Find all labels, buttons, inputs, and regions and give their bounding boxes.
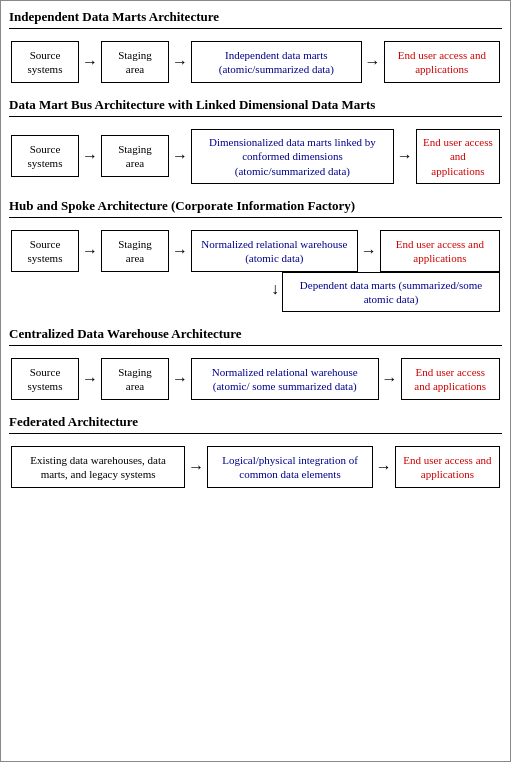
section-federated: Federated Architecture Existing data war…: [9, 414, 502, 492]
arrow-7: →: [82, 242, 98, 260]
arrow-3: →: [365, 53, 381, 71]
box-staging-1: Staging area: [101, 41, 169, 83]
section-independent: Independent Data Marts Architecture Sour…: [9, 9, 502, 87]
diagram-federated: Existing data warehouses, data marts, an…: [9, 442, 502, 492]
arrow-8: →: [172, 242, 188, 260]
diagram-centralized: Source systems → Staging area → Normaliz…: [9, 354, 502, 404]
box-staging-2: Staging area: [101, 135, 169, 177]
section-title-federated: Federated Architecture: [9, 414, 502, 434]
box-staging-3: Staging area: [101, 230, 169, 272]
hub-top-row: Source systems → Staging area → Normaliz…: [11, 230, 500, 272]
diagram-datamart-bus: Source systems → Staging area → Dimensio…: [9, 125, 502, 188]
box-source-2: Source systems: [11, 135, 79, 177]
section-title-independent: Independent Data Marts Architecture: [9, 9, 502, 29]
box-integration-5: Logical/physical integration of common d…: [207, 446, 373, 488]
down-arrow-hub: ↓: [271, 280, 279, 298]
box-marts-1: Independent data marts (atomic/summarize…: [191, 41, 362, 83]
arrow-1: →: [82, 53, 98, 71]
box-existing-5: Existing data warehouses, data marts, an…: [11, 446, 185, 488]
section-hub-spoke: Hub and Spoke Architecture (Corporate In…: [9, 198, 502, 317]
box-warehouse-4: Normalized relational warehouse (atomic/…: [191, 358, 379, 400]
box-marts-2: Dimensionalized data marts linked by con…: [191, 129, 394, 184]
hub-branch: ↓ Dependent data marts (summarized/some …: [271, 272, 500, 313]
arrow-12: →: [382, 370, 398, 388]
box-enduser-2: End user access and applications: [416, 129, 500, 184]
box-enduser-1: End user access and applications: [384, 41, 500, 83]
box-enduser-3: End user access and applications: [380, 230, 500, 272]
section-centralized: Centralized Data Warehouse Architecture …: [9, 326, 502, 404]
section-title-datamart-bus: Data Mart Bus Architecture with Linked D…: [9, 97, 502, 117]
section-title-hub-spoke: Hub and Spoke Architecture (Corporate In…: [9, 198, 502, 218]
arrow-10: →: [82, 370, 98, 388]
box-dependent: Dependent data marts (summarized/some at…: [282, 272, 500, 313]
box-warehouse-3: Normalized relational warehouse (atomic …: [191, 230, 358, 272]
box-staging-4: Staging area: [101, 358, 169, 400]
arrow-2: →: [172, 53, 188, 71]
box-source-3: Source systems: [11, 230, 79, 272]
arrow-6: →: [397, 147, 413, 165]
diagram-hub-spoke: Source systems → Staging area → Normaliz…: [9, 226, 502, 317]
arrow-13: →: [188, 458, 204, 476]
box-source-4: Source systems: [11, 358, 79, 400]
arrow-4: →: [82, 147, 98, 165]
section-datamart-bus: Data Mart Bus Architecture with Linked D…: [9, 97, 502, 188]
section-title-centralized: Centralized Data Warehouse Architecture: [9, 326, 502, 346]
box-enduser-5: End user access and applications: [395, 446, 500, 488]
box-source-1: Source systems: [11, 41, 79, 83]
arrow-11: →: [172, 370, 188, 388]
arrow-9: →: [361, 242, 377, 260]
box-enduser-4: End user access and applications: [401, 358, 500, 400]
diagram-independent: Source systems → Staging area → Independ…: [9, 37, 502, 87]
arrow-14: →: [376, 458, 392, 476]
arrow-5: →: [172, 147, 188, 165]
